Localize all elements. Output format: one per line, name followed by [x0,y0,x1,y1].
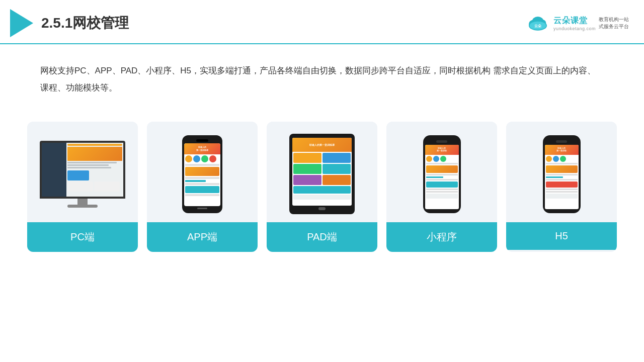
card-h5-label: H5 [506,222,617,250]
pad-tablet-icon: 职途人的第一堂训练课 [289,134,355,214]
brand-name: 云朵课堂 [553,16,588,26]
svg-text:云朵: 云朵 [534,24,542,28]
brand-url: yunduoketang.com [553,26,596,31]
brand-slogan: 教育机构一站式服务云平台 [599,16,629,30]
card-pad-label: PAD端 [267,222,377,252]
card-app-label: APP端 [147,222,258,252]
card-miniprogram-image: 职途人的第一堂训练 [386,122,497,222]
card-pc-image [27,122,138,222]
card-h5: 职途人的第一堂训练 [506,122,617,252]
card-pc-label: PC端 [27,222,138,252]
brand-text-block: 云朵课堂 yunduoketang.com [553,16,596,31]
card-pad: 职途人的第一堂训练课 PAD端 [267,122,377,252]
logo-triangle-icon [10,9,33,37]
page-title: 2.5.1网校管理 [41,14,129,33]
header-right: 云朵 云朵课堂 yunduoketang.com 教育机构一站式服务云平台 [525,14,629,32]
header-left: 2.5.1网校管理 [10,9,129,37]
card-pc: PC端 [27,122,138,252]
pc-monitor-icon [37,141,128,208]
card-app-image: 职途人的第一堂训练课 [147,122,258,222]
header: 2.5.1网校管理 云朵 云朵课堂 yunduoketang.com 教育机构一… [0,0,644,44]
card-miniprogram: 职途人的第一堂训练 [386,122,497,252]
card-pad-image: 职途人的第一堂训练课 [267,122,377,222]
description-content: 网校支持PC、APP、PAD、小程序、H5，实现多端打通，产品各终端自由切换，数… [40,66,596,93]
app-phone-icon: 职途人的第一堂训练课 [182,135,222,213]
card-miniprogram-label: 小程序 [386,222,497,252]
cards-container: PC端 职途人的第一堂训练课 [0,112,644,252]
brand-logo: 云朵 云朵课堂 yunduoketang.com 教育机构一站式服务云平台 [525,14,629,32]
cloud-icon: 云朵 [525,14,550,32]
miniprogram-phone-icon: 职途人的第一堂训练 [423,135,461,213]
h5-phone-icon: 职途人的第一堂训练 [543,135,581,213]
card-h5-image: 职途人的第一堂训练 [506,122,617,222]
description-text: 网校支持PC、APP、PAD、小程序、H5，实现多端打通，产品各终端自由切换，数… [0,44,644,107]
card-app: 职途人的第一堂训练课 [147,122,258,252]
